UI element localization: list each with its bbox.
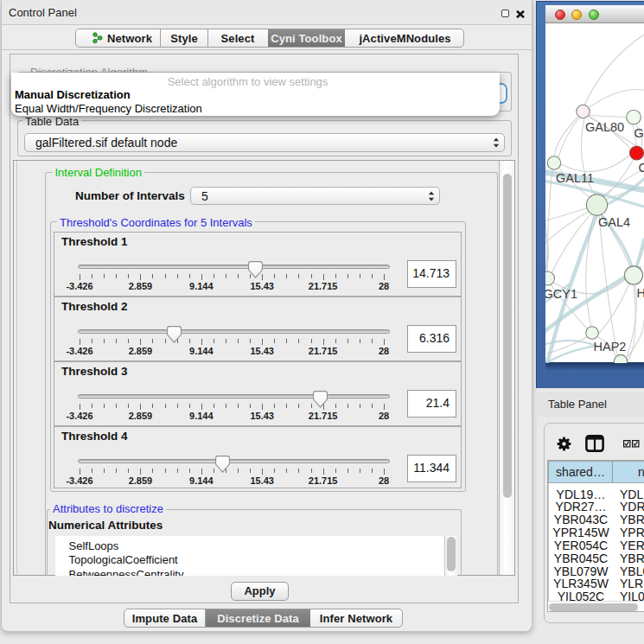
svg-text:GCY1: GCY1 (545, 287, 577, 301)
svg-text:HAP2: HAP2 (594, 340, 627, 354)
svg-text:H: H (637, 286, 644, 300)
svg-text:GAL4: GAL4 (598, 215, 630, 229)
svg-text:GA: GA (634, 126, 644, 140)
svg-text:C: C (639, 161, 644, 175)
svg-text:GAL80: GAL80 (585, 120, 624, 134)
svg-text:GAL11: GAL11 (556, 171, 594, 185)
